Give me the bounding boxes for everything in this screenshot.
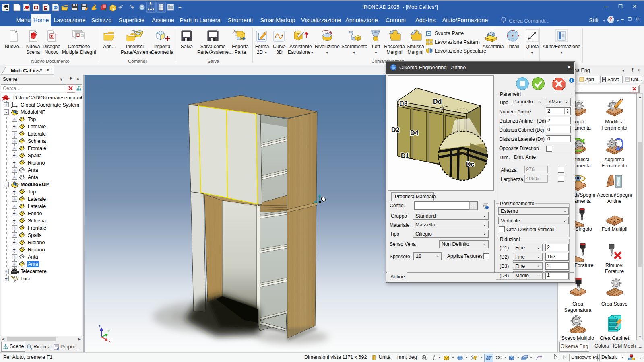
svg-text:x: x (109, 339, 111, 343)
svg-text:D1: D1 (401, 152, 409, 159)
svg-text:Y: Y (107, 329, 110, 333)
svg-text:Dc: Dc (466, 161, 475, 168)
svg-text:D4: D4 (410, 130, 419, 136)
svg-text:z: z (99, 324, 101, 328)
svg-text:D3: D3 (399, 100, 408, 107)
svg-text:D2: D2 (391, 126, 400, 133)
svg-text:i: i (571, 79, 572, 83)
svg-text:Dd: Dd (433, 98, 442, 105)
svg-text:i: i (487, 206, 487, 209)
